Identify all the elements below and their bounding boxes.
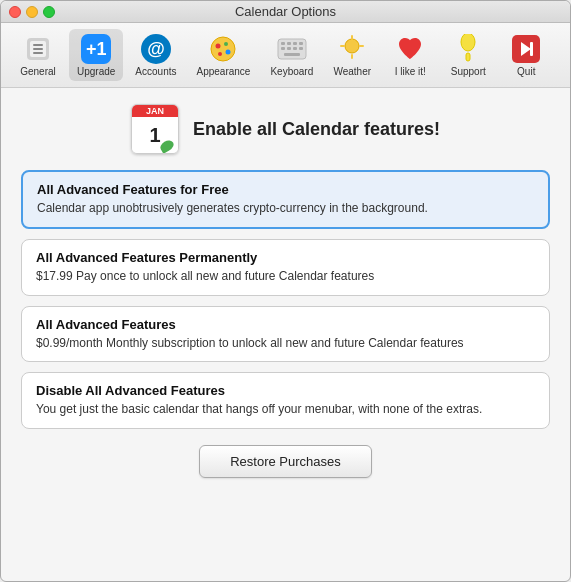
calendar-leaf <box>158 138 175 154</box>
option-permanent[interactable]: All Advanced Features Permanently $17.99… <box>21 239 550 296</box>
svg-rect-28 <box>530 42 533 56</box>
quit-icon <box>510 33 542 65</box>
minimize-button[interactable] <box>26 6 38 18</box>
svg-point-9 <box>218 52 222 56</box>
svg-point-6 <box>216 44 221 49</box>
option-subscription-desc: $0.99/month Monthly subscription to unlo… <box>36 335 535 352</box>
option-permanent-desc: $17.99 Pay once to unlock all new and fu… <box>36 268 535 285</box>
close-button[interactable] <box>9 6 21 18</box>
option-free-desc: Calendar app unobtrusively generates cry… <box>37 200 534 217</box>
gear-icon <box>22 33 54 65</box>
toolbar-item-upgrade[interactable]: +1 Upgrade <box>69 29 123 81</box>
header-row: JAN 1 Enable all Calendar features! <box>21 104 550 154</box>
svg-rect-13 <box>293 42 297 45</box>
toolbar-item-keyboard[interactable]: Keyboard <box>262 29 321 81</box>
toolbar-item-ilike[interactable]: I like it! <box>383 29 437 81</box>
titlebar: Calendar Options <box>1 1 570 23</box>
svg-rect-4 <box>33 52 43 54</box>
svg-marker-27 <box>521 42 531 56</box>
upgrade-icon: +1 <box>80 33 112 65</box>
toolbar-item-accounts[interactable]: @ Accounts <box>127 29 184 81</box>
appearance-label: Appearance <box>197 66 251 77</box>
option-disable[interactable]: Disable All Advanced Features You get ju… <box>21 372 550 429</box>
svg-point-25 <box>461 34 475 51</box>
options-list: All Advanced Features for Free Calendar … <box>21 170 550 429</box>
svg-rect-12 <box>287 42 291 45</box>
option-free-title: All Advanced Features for Free <box>37 182 534 197</box>
svg-rect-19 <box>284 53 300 56</box>
calendar-month: JAN <box>132 105 178 117</box>
page-title: Enable all Calendar features! <box>193 119 440 140</box>
svg-rect-3 <box>33 48 43 50</box>
weather-icon <box>336 33 368 65</box>
option-subscription[interactable]: All Advanced Features $0.99/month Monthl… <box>21 306 550 363</box>
option-permanent-title: All Advanced Features Permanently <box>36 250 535 265</box>
ilike-label: I like it! <box>395 66 426 77</box>
traffic-lights <box>9 6 55 18</box>
calendar-day: 1 <box>149 124 160 147</box>
keyboard-icon <box>276 33 308 65</box>
svg-rect-26 <box>466 53 470 61</box>
toolbar-item-support[interactable]: Support <box>441 29 495 81</box>
accounts-icon: @ <box>140 33 172 65</box>
svg-rect-11 <box>281 42 285 45</box>
main-window: Calendar Options General +1 Upgrade <box>0 0 571 582</box>
heart-icon <box>394 33 426 65</box>
svg-point-20 <box>345 39 359 53</box>
toolbar-item-quit[interactable]: Quit <box>499 29 553 81</box>
general-label: General <box>20 66 56 77</box>
restore-btn-wrap: Restore Purchases <box>21 445 550 478</box>
toolbar-item-weather[interactable]: Weather <box>325 29 379 81</box>
accounts-label: Accounts <box>135 66 176 77</box>
option-free[interactable]: All Advanced Features for Free Calendar … <box>21 170 550 229</box>
svg-point-7 <box>224 42 228 46</box>
keyboard-label: Keyboard <box>270 66 313 77</box>
quit-label: Quit <box>517 66 535 77</box>
option-subscription-title: All Advanced Features <box>36 317 535 332</box>
support-icon <box>452 33 484 65</box>
calendar-icon: JAN 1 <box>131 104 179 154</box>
main-content: JAN 1 Enable all Calendar features! All … <box>1 88 570 581</box>
toolbar: General +1 Upgrade @ Accounts <box>1 23 570 88</box>
svg-point-5 <box>211 37 235 61</box>
calendar-body: 1 <box>132 117 178 153</box>
toolbar-item-general[interactable]: General <box>11 29 65 81</box>
svg-rect-16 <box>287 47 291 50</box>
restore-purchases-button[interactable]: Restore Purchases <box>199 445 372 478</box>
weather-label: Weather <box>333 66 371 77</box>
svg-rect-17 <box>293 47 297 50</box>
svg-rect-15 <box>281 47 285 50</box>
svg-rect-18 <box>299 47 303 50</box>
option-disable-title: Disable All Advanced Features <box>36 383 535 398</box>
svg-rect-14 <box>299 42 303 45</box>
upgrade-label: Upgrade <box>77 66 115 77</box>
window-title: Calendar Options <box>235 4 336 19</box>
svg-rect-2 <box>33 44 43 46</box>
svg-point-8 <box>226 50 231 55</box>
appearance-icon <box>207 33 239 65</box>
option-disable-desc: You get just the basic calendar that han… <box>36 401 535 418</box>
maximize-button[interactable] <box>43 6 55 18</box>
support-label: Support <box>451 66 486 77</box>
toolbar-item-appearance[interactable]: Appearance <box>189 29 259 81</box>
